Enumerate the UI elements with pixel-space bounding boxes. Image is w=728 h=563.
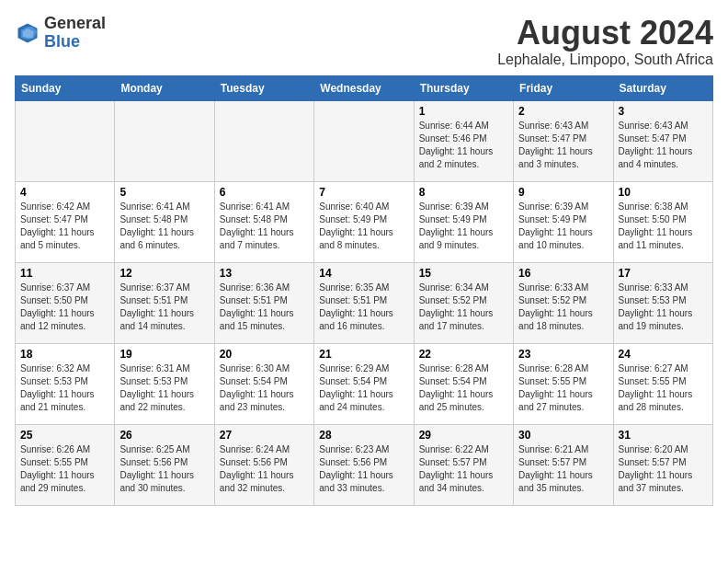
week-row-4: 18Sunrise: 6:32 AMSunset: 5:53 PMDayligh…	[16, 343, 713, 424]
day-cell: 10Sunrise: 6:38 AMSunset: 5:50 PMDayligh…	[613, 181, 712, 262]
day-cell: 18Sunrise: 6:32 AMSunset: 5:53 PMDayligh…	[16, 343, 115, 424]
header-friday: Friday	[514, 75, 613, 100]
day-number: 22	[419, 348, 508, 361]
day-info: Sunrise: 6:22 AMSunset: 5:57 PMDaylight:…	[419, 443, 508, 495]
day-number: 31	[619, 429, 708, 442]
logo-icon	[15, 20, 40, 46]
day-info: Sunrise: 6:33 AMSunset: 5:53 PMDaylight:…	[619, 282, 708, 333]
day-info: Sunrise: 6:38 AMSunset: 5:50 PMDaylight:…	[619, 201, 708, 252]
day-info: Sunrise: 6:29 AMSunset: 5:54 PMDaylight:…	[319, 362, 408, 414]
day-info: Sunrise: 6:42 AMSunset: 5:47 PMDaylight:…	[20, 201, 109, 252]
day-number: 3	[619, 105, 708, 118]
day-cell: 17Sunrise: 6:33 AMSunset: 5:53 PMDayligh…	[613, 262, 712, 343]
day-info: Sunrise: 6:39 AMSunset: 5:49 PMDaylight:…	[419, 201, 508, 252]
day-number: 16	[518, 267, 608, 280]
day-cell: 26Sunrise: 6:25 AMSunset: 5:56 PMDayligh…	[115, 424, 214, 505]
day-cell: 28Sunrise: 6:23 AMSunset: 5:56 PMDayligh…	[314, 424, 414, 505]
day-cell: 7Sunrise: 6:40 AMSunset: 5:49 PMDaylight…	[314, 181, 414, 262]
day-info: Sunrise: 6:25 AMSunset: 5:56 PMDaylight:…	[119, 443, 209, 495]
day-info: Sunrise: 6:23 AMSunset: 5:56 PMDaylight:…	[319, 443, 408, 495]
day-number: 2	[518, 105, 608, 118]
day-cell: 21Sunrise: 6:29 AMSunset: 5:54 PMDayligh…	[314, 343, 414, 424]
day-cell: 16Sunrise: 6:33 AMSunset: 5:52 PMDayligh…	[514, 262, 613, 343]
day-cell	[314, 100, 414, 181]
day-number: 5	[119, 186, 209, 199]
day-info: Sunrise: 6:33 AMSunset: 5:52 PMDaylight:…	[518, 282, 608, 333]
day-cell: 5Sunrise: 6:41 AMSunset: 5:48 PMDaylight…	[115, 181, 214, 262]
day-cell: 9Sunrise: 6:39 AMSunset: 5:49 PMDaylight…	[514, 181, 613, 262]
day-info: Sunrise: 6:20 AMSunset: 5:57 PMDaylight:…	[619, 443, 708, 495]
header-sunday: Sunday	[16, 75, 115, 100]
day-cell: 23Sunrise: 6:28 AMSunset: 5:55 PMDayligh…	[514, 343, 613, 424]
day-info: Sunrise: 6:39 AMSunset: 5:49 PMDaylight:…	[518, 201, 608, 252]
day-info: Sunrise: 6:31 AMSunset: 5:53 PMDaylight:…	[119, 362, 209, 414]
day-number: 20	[220, 348, 309, 361]
day-info: Sunrise: 6:24 AMSunset: 5:56 PMDaylight:…	[220, 443, 309, 495]
day-cell: 27Sunrise: 6:24 AMSunset: 5:56 PMDayligh…	[214, 424, 313, 505]
page-header: General Blue August 2024 Lephalale, Limp…	[15, 15, 713, 68]
day-number: 1	[419, 105, 508, 118]
calendar-title: August 2024	[497, 15, 713, 52]
week-row-2: 4Sunrise: 6:42 AMSunset: 5:47 PMDaylight…	[16, 181, 713, 262]
logo: General Blue	[15, 15, 106, 52]
day-info: Sunrise: 6:32 AMSunset: 5:53 PMDaylight:…	[20, 362, 109, 414]
day-info: Sunrise: 6:27 AMSunset: 5:55 PMDaylight:…	[619, 362, 708, 414]
week-row-1: 1Sunrise: 6:44 AMSunset: 5:46 PMDaylight…	[16, 100, 713, 181]
logo-text: General Blue	[44, 15, 106, 52]
day-number: 24	[619, 348, 708, 361]
day-cell: 13Sunrise: 6:36 AMSunset: 5:51 PMDayligh…	[214, 262, 313, 343]
week-row-3: 11Sunrise: 6:37 AMSunset: 5:50 PMDayligh…	[16, 262, 713, 343]
day-number: 28	[319, 429, 408, 442]
day-cell: 20Sunrise: 6:30 AMSunset: 5:54 PMDayligh…	[214, 343, 313, 424]
day-number: 19	[119, 348, 209, 361]
day-cell: 3Sunrise: 6:43 AMSunset: 5:47 PMDaylight…	[613, 100, 712, 181]
day-number: 29	[419, 429, 508, 442]
day-cell: 8Sunrise: 6:39 AMSunset: 5:49 PMDaylight…	[414, 181, 513, 262]
day-info: Sunrise: 6:35 AMSunset: 5:51 PMDaylight:…	[319, 282, 408, 333]
day-number: 27	[220, 429, 309, 442]
day-info: Sunrise: 6:34 AMSunset: 5:52 PMDaylight:…	[419, 282, 508, 333]
header-wednesday: Wednesday	[314, 75, 414, 100]
day-info: Sunrise: 6:43 AMSunset: 5:47 PMDaylight:…	[619, 120, 708, 171]
day-number: 21	[319, 348, 408, 361]
day-number: 10	[619, 186, 708, 199]
day-number: 30	[518, 429, 608, 442]
header-tuesday: Tuesday	[214, 75, 313, 100]
day-cell: 6Sunrise: 6:41 AMSunset: 5:48 PMDaylight…	[214, 181, 313, 262]
header-row: SundayMondayTuesdayWednesdayThursdayFrid…	[16, 75, 713, 100]
day-number: 15	[419, 267, 508, 280]
day-number: 8	[419, 186, 508, 199]
calendar-subtitle: Lephalale, Limpopo, South Africa	[497, 52, 713, 68]
day-info: Sunrise: 6:41 AMSunset: 5:48 PMDaylight:…	[119, 201, 209, 252]
day-cell: 4Sunrise: 6:42 AMSunset: 5:47 PMDaylight…	[16, 181, 115, 262]
day-cell	[115, 100, 214, 181]
day-number: 14	[319, 267, 408, 280]
day-info: Sunrise: 6:37 AMSunset: 5:51 PMDaylight:…	[119, 282, 209, 333]
day-number: 23	[518, 348, 608, 361]
day-cell: 15Sunrise: 6:34 AMSunset: 5:52 PMDayligh…	[414, 262, 513, 343]
calendar-body: 1Sunrise: 6:44 AMSunset: 5:46 PMDaylight…	[16, 100, 713, 505]
calendar-header: SundayMondayTuesdayWednesdayThursdayFrid…	[16, 75, 713, 100]
day-cell: 14Sunrise: 6:35 AMSunset: 5:51 PMDayligh…	[314, 262, 414, 343]
day-info: Sunrise: 6:21 AMSunset: 5:57 PMDaylight:…	[518, 443, 608, 495]
day-number: 6	[220, 186, 309, 199]
day-cell	[16, 100, 115, 181]
week-row-5: 25Sunrise: 6:26 AMSunset: 5:55 PMDayligh…	[16, 424, 713, 505]
day-cell: 31Sunrise: 6:20 AMSunset: 5:57 PMDayligh…	[613, 424, 712, 505]
calendar-table: SundayMondayTuesdayWednesdayThursdayFrid…	[15, 75, 713, 506]
day-cell: 30Sunrise: 6:21 AMSunset: 5:57 PMDayligh…	[514, 424, 613, 505]
day-cell: 1Sunrise: 6:44 AMSunset: 5:46 PMDaylight…	[414, 100, 513, 181]
day-info: Sunrise: 6:30 AMSunset: 5:54 PMDaylight:…	[220, 362, 309, 414]
day-number: 11	[20, 267, 109, 280]
day-info: Sunrise: 6:43 AMSunset: 5:47 PMDaylight:…	[518, 120, 608, 171]
day-number: 13	[220, 267, 309, 280]
header-thursday: Thursday	[414, 75, 513, 100]
day-info: Sunrise: 6:28 AMSunset: 5:55 PMDaylight:…	[518, 362, 608, 414]
day-info: Sunrise: 6:41 AMSunset: 5:48 PMDaylight:…	[220, 201, 309, 252]
day-cell: 22Sunrise: 6:28 AMSunset: 5:54 PMDayligh…	[414, 343, 513, 424]
day-cell: 25Sunrise: 6:26 AMSunset: 5:55 PMDayligh…	[16, 424, 115, 505]
day-cell: 11Sunrise: 6:37 AMSunset: 5:50 PMDayligh…	[16, 262, 115, 343]
day-cell: 2Sunrise: 6:43 AMSunset: 5:47 PMDaylight…	[514, 100, 613, 181]
day-cell: 29Sunrise: 6:22 AMSunset: 5:57 PMDayligh…	[414, 424, 513, 505]
header-saturday: Saturday	[613, 75, 712, 100]
